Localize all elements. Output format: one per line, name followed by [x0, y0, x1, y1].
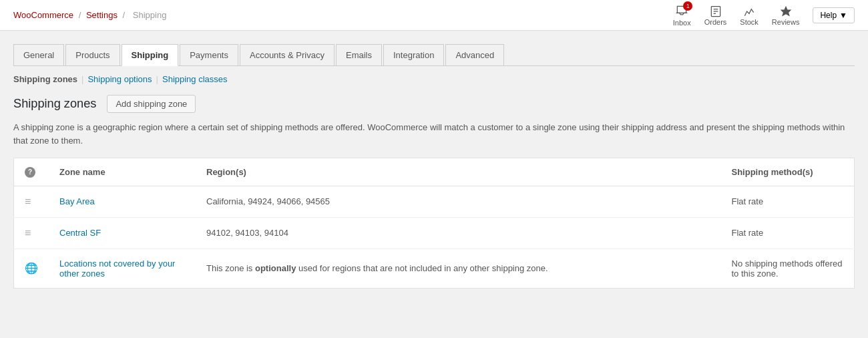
zone-regions-cell: California, 94924, 94066, 94565 [196, 186, 721, 217]
breadcrumb: WooCommerce / Settings / Shipping [13, 10, 169, 20]
tab-accounts-privacy[interactable]: Accounts & Privacy [240, 44, 335, 65]
fallback-methods-cell: No shipping methods offered to this zone… [721, 248, 855, 288]
tab-shipping[interactable]: Shipping [122, 44, 179, 66]
sub-nav-current: Shipping zones [13, 74, 77, 84]
fallback-name-cell: Locations not covered by your other zone… [49, 248, 196, 288]
tab-general[interactable]: General [13, 44, 64, 65]
tab-advanced[interactable]: Advanced [445, 44, 504, 65]
orders-icon [709, 5, 722, 18]
zone-regions-cell: 94102, 94103, 94104 [196, 217, 721, 248]
fallback-regions-suffix: used for regions that are not included i… [296, 263, 548, 273]
tab-payments[interactable]: Payments [180, 44, 238, 65]
breadcrumb-woocommerce[interactable]: WooCommerce [13, 10, 73, 20]
stock-label: Stock [740, 18, 758, 26]
top-icon-orders[interactable]: Orders [704, 5, 727, 26]
reviews-label: Reviews [772, 18, 800, 26]
fallback-icon-cell: 🌐 [14, 248, 49, 288]
zone-name-cell: Bay Area [49, 186, 196, 217]
sub-nav-shipping-classes[interactable]: Shipping classes [162, 74, 228, 84]
settings-tabs: General Products Shipping Payments Accou… [13, 44, 855, 66]
table-row: ≡ Central SF 94102, 94103, 94104 Flat ra… [14, 217, 855, 248]
table-row: ≡ Bay Area California, 94924, 94066, 945… [14, 186, 855, 217]
zone-link-bay-area[interactable]: Bay Area [59, 196, 95, 206]
help-icon[interactable]: ? [25, 167, 35, 178]
drag-handle-cell[interactable]: ≡ [14, 217, 49, 248]
section-heading: Shipping zones Add shipping zone [13, 95, 855, 113]
stock-icon [742, 5, 756, 18]
top-bar: WooCommerce / Settings / Shipping 1 Inbo… [0, 0, 868, 31]
sub-nav-sep2: | [156, 74, 158, 84]
breadcrumb-sep2: / [123, 10, 128, 20]
sub-nav-shipping-options[interactable]: Shipping options [87, 74, 152, 84]
tab-integration[interactable]: Integration [383, 44, 444, 65]
th-icon: ? [14, 158, 49, 186]
breadcrumb-current: Shipping [133, 10, 167, 20]
zone-link-fallback[interactable]: Locations not covered by your other zone… [59, 259, 175, 279]
fallback-regions-bold: optionally [255, 263, 296, 273]
fallback-regions-cell: This zone is optionally used for regions… [196, 248, 721, 288]
breadcrumb-settings[interactable]: Settings [86, 10, 118, 20]
table-row-fallback: 🌐 Locations not covered by your other zo… [14, 248, 855, 288]
main-content: General Products Shipping Payments Accou… [0, 31, 868, 302]
inbox-label: Inbox [673, 19, 691, 27]
breadcrumb-sep1: / [79, 10, 83, 20]
top-icon-stock[interactable]: Stock [740, 5, 758, 26]
zone-methods-cell: Flat rate [721, 186, 855, 217]
drag-handle-icon[interactable]: ≡ [25, 196, 31, 207]
tab-products[interactable]: Products [65, 44, 120, 65]
th-methods: Shipping method(s) [721, 158, 855, 186]
shipping-zones-table: ? Zone name Region(s) Shipping method(s)… [13, 158, 855, 289]
section-title: Shipping zones [13, 97, 96, 111]
inbox-badge: 1 [683, 1, 692, 11]
help-chevron-icon: ▼ [839, 11, 847, 20]
zone-methods-cell: Flat rate [721, 217, 855, 248]
svg-marker-4 [780, 5, 791, 16]
fallback-regions-prefix: This zone is [206, 263, 255, 273]
sub-navigation: Shipping zones | Shipping options | Ship… [13, 74, 855, 84]
zone-name-cell: Central SF [49, 217, 196, 248]
top-icon-inbox[interactable]: 1 Inbox [673, 4, 691, 27]
top-icons-area: 1 Inbox Orders Stock Reviews Help ▼ [673, 4, 855, 27]
drag-handle-icon[interactable]: ≡ [25, 227, 31, 238]
help-label: Help [820, 11, 837, 20]
zone-link-central-sf[interactable]: Central SF [59, 228, 101, 238]
add-shipping-zone-button[interactable]: Add shipping zone [107, 95, 196, 113]
table-header-row: ? Zone name Region(s) Shipping method(s) [14, 158, 855, 186]
sub-nav-sep1: | [81, 74, 83, 84]
globe-icon: 🌐 [25, 263, 38, 274]
orders-label: Orders [704, 18, 727, 26]
drag-handle-cell[interactable]: ≡ [14, 186, 49, 217]
help-button[interactable]: Help ▼ [813, 7, 855, 23]
th-regions: Region(s) [196, 158, 721, 186]
section-description: A shipping zone is a geographic region w… [13, 121, 855, 147]
reviews-icon [779, 5, 793, 18]
tab-emails[interactable]: Emails [336, 44, 382, 65]
th-zone-name: Zone name [49, 158, 196, 186]
top-icon-reviews[interactable]: Reviews [772, 5, 800, 26]
